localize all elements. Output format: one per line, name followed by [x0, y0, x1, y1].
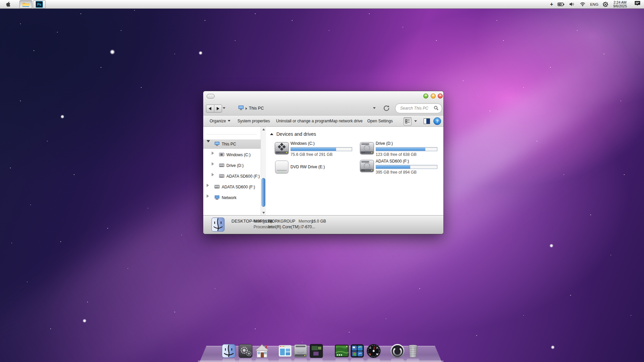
- capacity-bar: [376, 165, 437, 169]
- drive-tile-adata-f[interactable]: ADATA SD600 (F:) 395 GB free of 894 GB: [360, 159, 440, 175]
- drive-label: Windows (C:): [290, 141, 353, 146]
- minimize-window-button[interactable]: [431, 94, 436, 99]
- sidebar-item-drive-d[interactable]: Drive (D:): [203, 161, 261, 170]
- breadcrumb-separator-icon[interactable]: [246, 107, 247, 110]
- window-chrome: This PC: [203, 91, 443, 115]
- capacity-bar: [290, 147, 352, 151]
- folder-icon: [22, 2, 30, 7]
- collapse-icon: [270, 133, 273, 135]
- preview-pane-button[interactable]: [423, 117, 430, 125]
- dock-dashboard[interactable]: [366, 343, 381, 359]
- dock-file-manager[interactable]: [277, 343, 293, 359]
- dock-finder[interactable]: [221, 343, 236, 359]
- sidebar-item-label: Windows (C:): [226, 153, 251, 157]
- navigation-buttons: [206, 105, 222, 113]
- explorer-content: This PC Windows (C:) Drive (D:): [203, 127, 443, 215]
- computer-icon: [214, 141, 220, 147]
- apple-menu-icon[interactable]: [5, 1, 10, 8]
- forward-button[interactable]: [214, 105, 222, 112]
- toolbar-toggle-button[interactable]: [207, 94, 215, 99]
- search-icon[interactable]: [434, 106, 439, 112]
- scroll-down-icon[interactable]: [261, 210, 266, 215]
- sidebar-item-this-pc[interactable]: This PC: [203, 139, 261, 149]
- navigation-pane: This PC Windows (C:) Drive (D:): [203, 127, 261, 215]
- drive-tile-dvd-e[interactable]: DVD RW Drive (E:): [274, 160, 355, 176]
- dock-photos[interactable]: [309, 343, 324, 359]
- drive-label: DVD RW Drive (E:): [290, 165, 353, 169]
- breadcrumb[interactable]: This PC: [249, 106, 264, 111]
- zoom-window-button[interactable]: [423, 94, 428, 99]
- dock-power[interactable]: [390, 343, 405, 359]
- sidebar-separator: [207, 134, 257, 134]
- uninstall-program-button[interactable]: Uninstall or change a program: [276, 119, 330, 123]
- hard-drive-icon: [360, 159, 374, 175]
- search-box: [395, 103, 442, 113]
- view-dropdown-icon[interactable]: [414, 120, 417, 122]
- organize-button[interactable]: Organize: [210, 119, 230, 123]
- sidebar-item-label: Drive (D:): [226, 163, 244, 168]
- dock-hard-drive[interactable]: [293, 343, 308, 359]
- sidebar-item-adata[interactable]: ADATA SD600 (F:): [203, 182, 261, 192]
- system-tray: +: [548, 0, 644, 8]
- desktop: Ps +: [0, 0, 644, 362]
- sidebar-item-label: ADATA SD600 (F:): [222, 185, 255, 189]
- back-arrow-icon: [209, 107, 211, 110]
- details-pane: DESKTOP-M9F9178 Workgroup: WORKGROUP Mem…: [203, 215, 443, 234]
- notification-icon[interactable]: [634, 1, 641, 8]
- language-indicator[interactable]: ENG: [590, 2, 598, 6]
- wifi-icon[interactable]: [580, 2, 586, 6]
- drive-tile-d[interactable]: Drive (D:) 123 GB free of 638 GB: [360, 141, 440, 157]
- bright-star: [83, 319, 87, 323]
- back-button[interactable]: [206, 105, 214, 112]
- this-pc-icon: [238, 105, 244, 112]
- windows-drive-icon: [219, 152, 224, 158]
- dock-desktop-nature[interactable]: [334, 343, 350, 359]
- drive-free-space: 395 GB free of 894 GB: [376, 170, 438, 175]
- map-network-drive-button[interactable]: Map network drive: [330, 119, 363, 123]
- bright-star: [110, 49, 115, 55]
- bright-star: [60, 115, 64, 119]
- drive-tile-windows-c[interactable]: Windows (C:) 75.6 GB free of 291 GB: [274, 141, 355, 157]
- taskbar-photoshop-button[interactable]: Ps: [33, 0, 46, 8]
- system-properties-button[interactable]: System properties: [237, 119, 270, 123]
- capacity-bar: [376, 147, 437, 151]
- sidebar-item-network[interactable]: Network: [203, 193, 261, 202]
- dock-home[interactable]: [254, 343, 270, 359]
- sidebar-item-label: ADATA SD600 (F:): [226, 174, 260, 179]
- workgroup-value: WORKGROUP: [268, 219, 295, 224]
- scrollbar-thumb[interactable]: [262, 178, 265, 207]
- drive-free-space: 75.6 GB free of 291 GB: [290, 152, 353, 157]
- drive-icon: [214, 184, 220, 190]
- date: 9/6/2025: [613, 4, 627, 8]
- sidebar-item-adata-child[interactable]: ADATA SD600 (F:): [203, 172, 261, 181]
- file-explorer-window: This PC Organize Sys: [203, 91, 443, 234]
- scroll-up-icon[interactable]: [261, 127, 266, 132]
- plus-icon[interactable]: +: [550, 1, 553, 7]
- section-header[interactable]: Devices and drives: [270, 131, 316, 137]
- drive-icon: [219, 163, 224, 169]
- volume-icon[interactable]: [569, 2, 575, 6]
- help-button[interactable]: ?: [433, 117, 441, 125]
- network-icon: [214, 195, 220, 201]
- view-mode-button[interactable]: [404, 117, 412, 125]
- search-input[interactable]: [399, 104, 433, 112]
- dock-system-preferences[interactable]: [238, 343, 253, 359]
- recent-locations-dropdown-icon[interactable]: [223, 107, 225, 109]
- taskbar-file-explorer-button[interactable]: [19, 0, 32, 8]
- bright-star: [199, 51, 203, 55]
- sidebar-scrollbar[interactable]: [261, 127, 266, 215]
- open-settings-button[interactable]: Open Settings: [367, 119, 393, 123]
- memory-value: 16.0 GB: [311, 219, 326, 224]
- sidebar-item-label: Network: [222, 195, 236, 200]
- dock-trash[interactable]: [405, 343, 421, 359]
- close-window-button[interactable]: [438, 94, 443, 99]
- refresh-icon[interactable]: [383, 105, 390, 113]
- drive-free-space: 123 GB free of 638 GB: [376, 152, 438, 157]
- address-dropdown-icon[interactable]: [373, 107, 376, 109]
- battery-icon[interactable]: [557, 2, 565, 6]
- gear-icon[interactable]: [603, 2, 608, 7]
- sidebar-item-windows-c[interactable]: Windows (C:): [203, 150, 261, 160]
- clock[interactable]: 2:24 AM 9/6/2025: [613, 1, 627, 8]
- menu-bar: Ps +: [0, 0, 644, 9]
- dock-app-tiles[interactable]: [350, 343, 365, 359]
